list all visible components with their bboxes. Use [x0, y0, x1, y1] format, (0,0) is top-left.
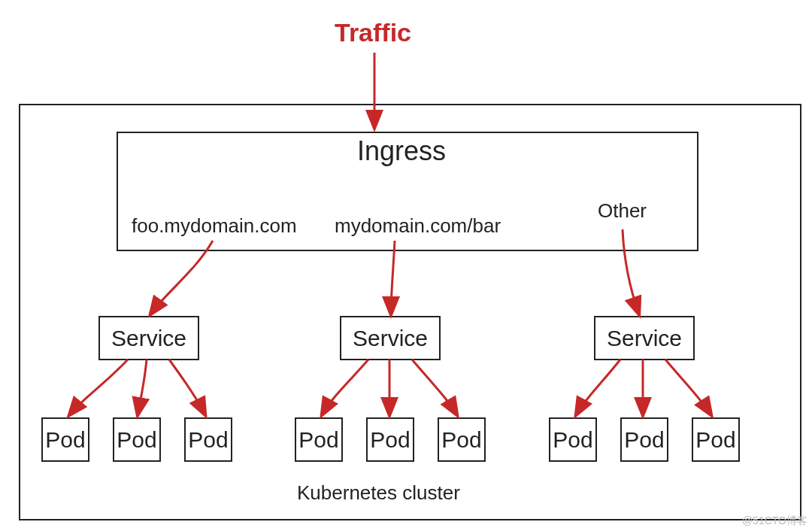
pod-box-2-1: Pod: [295, 417, 343, 462]
ingress-route-foo: foo.mydomain.com: [132, 214, 297, 238]
traffic-label: Traffic: [335, 18, 411, 47]
service-label-3: Service: [607, 326, 682, 351]
pod-label: Pod: [624, 427, 664, 453]
service-label-1: Service: [111, 326, 186, 351]
ingress-title: Ingress: [357, 135, 446, 167]
pod-box-1-3: Pod: [184, 417, 232, 462]
pod-label: Pod: [298, 427, 338, 453]
pod-label: Pod: [370, 427, 410, 453]
pod-box-3-3: Pod: [692, 417, 740, 462]
pod-box-3-2: Pod: [620, 417, 668, 462]
pod-label: Pod: [117, 427, 156, 453]
ingress-route-other: Other: [598, 199, 647, 223]
service-box-2: Service: [340, 316, 441, 360]
watermark: @51CTO博客: [742, 514, 807, 528]
pod-label: Pod: [553, 427, 592, 453]
pod-box-2-3: Pod: [438, 417, 486, 462]
pod-box-3-1: Pod: [549, 417, 597, 462]
pod-box-2-2: Pod: [366, 417, 414, 462]
pod-box-1-1: Pod: [41, 417, 89, 462]
pod-box-1-2: Pod: [113, 417, 161, 462]
service-box-3: Service: [594, 316, 695, 360]
cluster-label: Kubernetes cluster: [297, 481, 460, 505]
pod-label: Pod: [45, 427, 85, 453]
service-label-2: Service: [353, 326, 428, 351]
ingress-route-bar: mydomain.com/bar: [335, 214, 501, 238]
pod-label: Pod: [695, 427, 735, 453]
service-box-1: Service: [98, 316, 199, 360]
pod-label: Pod: [441, 427, 481, 453]
pod-label: Pod: [188, 427, 228, 453]
